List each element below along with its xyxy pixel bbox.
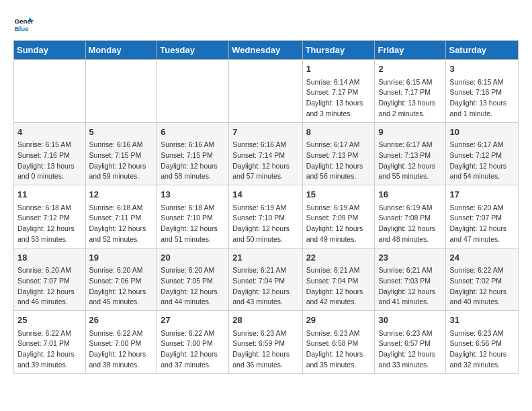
calendar-cell bbox=[229, 60, 302, 123]
day-info: Sunset: 7:13 PM bbox=[306, 150, 371, 161]
day-number: 12 bbox=[89, 188, 154, 201]
day-number: 17 bbox=[449, 188, 515, 201]
calendar-cell: 27Sunrise: 6:22 AMSunset: 7:00 PMDayligh… bbox=[157, 311, 229, 374]
calendar-cell: 28Sunrise: 6:23 AMSunset: 6:59 PMDayligh… bbox=[229, 311, 302, 374]
day-info: Sunrise: 6:22 AM bbox=[17, 328, 82, 339]
day-header-tuesday: Tuesday bbox=[157, 41, 229, 60]
day-info: Daylight: 12 hours bbox=[161, 224, 225, 234]
day-info: Sunset: 7:05 PM bbox=[161, 276, 225, 287]
day-info: Daylight: 12 hours bbox=[306, 224, 371, 234]
day-info: Sunrise: 6:16 AM bbox=[161, 140, 225, 150]
day-info: and 56 minutes. bbox=[306, 171, 371, 182]
day-info: Sunset: 7:10 PM bbox=[232, 213, 298, 224]
calendar-cell: 10Sunrise: 6:17 AMSunset: 7:12 PMDayligh… bbox=[446, 122, 519, 185]
day-info: Sunset: 7:12 PM bbox=[449, 150, 515, 161]
calendar-cell bbox=[14, 60, 86, 123]
day-info: Sunrise: 6:17 AM bbox=[449, 140, 515, 150]
day-info: Daylight: 12 hours bbox=[306, 161, 371, 172]
day-header-friday: Friday bbox=[375, 41, 446, 60]
day-info: Daylight: 12 hours bbox=[232, 161, 298, 172]
day-info: Daylight: 12 hours bbox=[89, 161, 154, 172]
day-number: 26 bbox=[89, 314, 154, 327]
day-info: and 37 minutes. bbox=[161, 360, 225, 371]
day-info: Sunrise: 6:21 AM bbox=[306, 265, 371, 276]
day-info: Sunrise: 6:23 AM bbox=[232, 328, 298, 339]
day-number: 1 bbox=[306, 62, 371, 76]
day-info: and 58 minutes. bbox=[161, 171, 225, 182]
day-info: Daylight: 12 hours bbox=[378, 161, 442, 172]
calendar-cell: 20Sunrise: 6:20 AMSunset: 7:05 PMDayligh… bbox=[157, 248, 229, 311]
day-info: Daylight: 12 hours bbox=[449, 161, 515, 172]
day-info: Sunrise: 6:15 AM bbox=[17, 140, 82, 150]
day-info: Sunset: 7:04 PM bbox=[232, 276, 298, 287]
calendar-cell: 8Sunrise: 6:17 AMSunset: 7:13 PMDaylight… bbox=[302, 122, 375, 185]
day-number: 10 bbox=[449, 126, 515, 139]
day-info: Daylight: 12 hours bbox=[17, 224, 82, 234]
day-info: Sunrise: 6:19 AM bbox=[306, 203, 371, 214]
day-info: Daylight: 12 hours bbox=[89, 224, 154, 234]
calendar-cell: 24Sunrise: 6:22 AMSunset: 7:02 PMDayligh… bbox=[446, 248, 519, 311]
day-info: Sunrise: 6:23 AM bbox=[449, 328, 515, 339]
day-info: and 2 minutes. bbox=[378, 109, 442, 120]
day-info: Sunset: 7:15 PM bbox=[89, 150, 154, 161]
day-info: Daylight: 13 hours bbox=[306, 98, 371, 109]
day-info: Sunset: 7:14 PM bbox=[232, 150, 298, 161]
day-number: 24 bbox=[449, 251, 515, 265]
calendar-body: 1Sunrise: 6:14 AMSunset: 7:17 PMDaylight… bbox=[14, 60, 519, 374]
day-info: Sunrise: 6:23 AM bbox=[306, 328, 371, 339]
day-number: 7 bbox=[232, 126, 298, 139]
calendar-cell: 26Sunrise: 6:22 AMSunset: 7:00 PMDayligh… bbox=[85, 311, 157, 374]
day-info: Sunset: 7:13 PM bbox=[378, 150, 442, 161]
day-number: 15 bbox=[306, 188, 371, 201]
day-info: Daylight: 12 hours bbox=[232, 349, 298, 360]
logo: General Blue bbox=[13, 13, 36, 34]
calendar-cell: 4Sunrise: 6:15 AMSunset: 7:16 PMDaylight… bbox=[14, 122, 86, 185]
day-info: and 39 minutes. bbox=[17, 360, 82, 371]
calendar-cell: 18Sunrise: 6:20 AMSunset: 7:07 PMDayligh… bbox=[14, 248, 86, 311]
calendar-cell: 7Sunrise: 6:16 AMSunset: 7:14 PMDaylight… bbox=[229, 122, 302, 185]
day-info: Daylight: 12 hours bbox=[161, 161, 225, 172]
day-number: 29 bbox=[306, 314, 371, 327]
day-info: Sunrise: 6:23 AM bbox=[378, 328, 442, 339]
day-info: Daylight: 12 hours bbox=[89, 349, 154, 360]
day-info: Sunrise: 6:20 AM bbox=[449, 203, 515, 214]
calendar-cell: 30Sunrise: 6:23 AMSunset: 6:57 PMDayligh… bbox=[375, 311, 446, 374]
day-number: 23 bbox=[378, 251, 442, 265]
calendar-header-row: SundayMondayTuesdayWednesdayThursdayFrid… bbox=[14, 41, 519, 60]
day-number: 31 bbox=[449, 314, 515, 327]
day-number: 27 bbox=[161, 314, 225, 327]
calendar-cell: 2Sunrise: 6:15 AMSunset: 7:17 PMDaylight… bbox=[375, 60, 446, 123]
day-info: and 0 minutes. bbox=[17, 171, 82, 182]
day-info: Sunrise: 6:15 AM bbox=[449, 77, 515, 88]
day-info: and 45 minutes. bbox=[89, 297, 154, 308]
calendar-cell: 17Sunrise: 6:20 AMSunset: 7:07 PMDayligh… bbox=[446, 185, 519, 248]
day-info: and 32 minutes. bbox=[449, 360, 515, 371]
day-number: 11 bbox=[17, 188, 82, 201]
day-number: 25 bbox=[17, 314, 82, 327]
calendar-cell: 1Sunrise: 6:14 AMSunset: 7:17 PMDaylight… bbox=[302, 60, 375, 123]
calendar-cell: 22Sunrise: 6:21 AMSunset: 7:04 PMDayligh… bbox=[302, 248, 375, 311]
day-info: and 33 minutes. bbox=[378, 360, 442, 371]
calendar-week-4: 18Sunrise: 6:20 AMSunset: 7:07 PMDayligh… bbox=[14, 248, 519, 311]
day-number: 20 bbox=[161, 251, 225, 265]
day-info: Sunrise: 6:17 AM bbox=[378, 140, 442, 150]
day-info: Sunrise: 6:20 AM bbox=[161, 265, 225, 276]
day-info: Sunset: 7:00 PM bbox=[89, 338, 154, 349]
day-number: 8 bbox=[306, 126, 371, 139]
day-number: 5 bbox=[89, 126, 154, 139]
day-info: Daylight: 12 hours bbox=[17, 287, 82, 298]
day-info: Sunrise: 6:22 AM bbox=[89, 328, 154, 339]
day-info: and 35 minutes. bbox=[306, 360, 371, 371]
day-info: Sunrise: 6:20 AM bbox=[89, 265, 154, 276]
day-number: 6 bbox=[161, 126, 225, 139]
day-info: Daylight: 12 hours bbox=[17, 349, 82, 360]
calendar-table: SundayMondayTuesdayWednesdayThursdayFrid… bbox=[13, 40, 519, 374]
day-info: and 48 minutes. bbox=[378, 234, 442, 245]
day-info: and 1 minute. bbox=[449, 109, 515, 120]
day-info: and 54 minutes. bbox=[449, 171, 515, 182]
day-info: and 52 minutes. bbox=[89, 234, 154, 245]
day-info: Sunrise: 6:18 AM bbox=[161, 203, 225, 214]
day-info: Sunset: 7:07 PM bbox=[17, 276, 82, 287]
day-number: 2 bbox=[378, 62, 442, 76]
day-info: and 53 minutes. bbox=[17, 234, 82, 245]
